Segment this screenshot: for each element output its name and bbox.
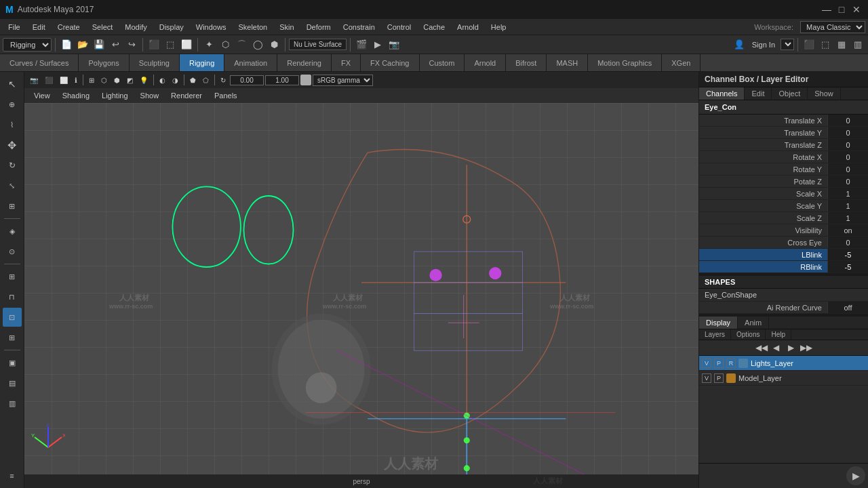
panel-icon1[interactable]: ⬛ (802, 37, 816, 52)
camera-icon[interactable]: 📷 (387, 37, 401, 52)
nav-first-icon[interactable]: ◀◀ (755, 342, 768, 354)
snap-curve-icon[interactable]: ⊓ (3, 287, 22, 306)
soft-select-icon[interactable]: ◈ (3, 222, 22, 241)
scale-input[interactable] (265, 75, 299, 85)
ch-rotate-y[interactable]: Rotate Y 0 (699, 163, 868, 176)
vp-ref-icon[interactable]: ⬠ (200, 76, 212, 85)
menu-arnold[interactable]: Arnold (452, 22, 484, 33)
layer-vis-p2[interactable]: P (714, 373, 724, 383)
vp-solid-icon[interactable]: ⬢ (111, 76, 123, 85)
vp-next-icon[interactable]: ⬜ (57, 76, 71, 85)
menu-select[interactable]: Select (87, 22, 119, 33)
scale-tool-icon[interactable]: ⤡ (3, 176, 22, 195)
tab-rigging[interactable]: Rigging (180, 54, 224, 71)
mode-dropdown[interactable]: Rigging (3, 38, 52, 52)
gamma-select[interactable]: sRGB gamma (313, 75, 373, 86)
tab-xgen[interactable]: XGen (662, 54, 701, 71)
render-icon[interactable]: 🎬 (354, 37, 369, 52)
ch-rblink[interactable]: RBlink -5 (699, 261, 868, 273)
menu-help[interactable]: Help (486, 22, 512, 33)
vp-xray-icon[interactable]: ⬟ (187, 76, 199, 85)
vp-camera-icon[interactable]: 📷 (27, 76, 41, 85)
menu-constrain[interactable]: Constrain (338, 22, 380, 33)
open-scene-icon[interactable]: 📂 (75, 37, 90, 52)
tab-mash[interactable]: MASH (547, 54, 588, 71)
rotate-tool-icon[interactable]: ↻ (3, 156, 22, 175)
vp-wire-icon[interactable]: ⬡ (98, 76, 110, 85)
menu-control[interactable]: Control (382, 22, 416, 33)
tab-curves-surfaces[interactable]: Curves / Surfaces (0, 54, 79, 71)
nav-prev-icon[interactable]: ◀ (770, 342, 783, 354)
ch-rotate-x[interactable]: Rotate X 0 (699, 151, 868, 163)
menu-file[interactable]: File (3, 22, 26, 33)
tab-bifrost[interactable]: Bifrost (506, 54, 547, 71)
panel-icon2[interactable]: ⬚ (818, 37, 833, 52)
nurbs-icon[interactable]: ◯ (250, 37, 265, 52)
vp-color-swatch[interactable] (300, 75, 311, 85)
snap-grid-icon[interactable]: ⊞ (3, 267, 22, 286)
ch-scale-y[interactable]: Scale Y 1 (699, 200, 868, 212)
tab-rendering[interactable]: Rendering (277, 54, 332, 71)
vp-subdiv-icon[interactable]: ◐ (157, 76, 168, 85)
render-view-icon[interactable]: ▣ (3, 353, 22, 372)
menu-edit[interactable]: Edit (27, 22, 51, 33)
playback-icon[interactable]: ▶ (846, 466, 865, 485)
vp-light-icon[interactable]: 💡 (137, 76, 151, 85)
snap-surface-icon[interactable]: ⊞ (3, 328, 22, 347)
select-tool-icon[interactable]: ↖ (3, 75, 22, 94)
ch-cross-eye[interactable]: Cross Eye 0 (699, 237, 868, 249)
vp-menu-panels[interactable]: Panels (209, 91, 243, 100)
tab-edit[interactable]: Edit (745, 87, 772, 100)
tab-polygons[interactable]: Polygons (79, 54, 129, 71)
tab-arnold[interactable]: Arnold (465, 54, 506, 71)
vp-aa-icon[interactable]: ◑ (170, 76, 181, 85)
ipr-icon[interactable]: ▶ (370, 37, 385, 52)
redo-icon[interactable]: ↪ (124, 37, 139, 52)
vp-menu-lighting[interactable]: Lighting (96, 91, 134, 100)
layer-subtab-options[interactable]: Options (731, 329, 766, 340)
minimize-button[interactable]: — (821, 3, 833, 16)
vp-grid-icon[interactable]: ⊞ (86, 76, 97, 85)
vp-refresh-icon[interactable]: ↻ (218, 76, 229, 85)
select-icon[interactable]: ⬛ (146, 37, 161, 52)
channel-box-icon[interactable]: ≡ (3, 466, 22, 485)
tab-motion-graphics[interactable]: Motion Graphics (588, 54, 662, 71)
tab-fx-caching[interactable]: FX Caching (361, 54, 419, 71)
lasso-icon[interactable]: ⬚ (163, 37, 178, 52)
vp-menu-show[interactable]: Show (135, 91, 165, 100)
vp-info-icon[interactable]: ℹ (72, 76, 80, 85)
undo-icon[interactable]: ↩ (108, 37, 123, 52)
nav-next-icon[interactable]: ▶ (785, 342, 797, 354)
vp-prev-icon[interactable]: ⬛ (42, 76, 56, 85)
user-select[interactable] (781, 39, 794, 50)
sign-in-icon[interactable]: 👤 (732, 37, 747, 52)
menu-deform[interactable]: Deform (301, 22, 336, 33)
sign-in-btn[interactable]: Sign In (748, 39, 779, 50)
menu-create[interactable]: Create (52, 22, 85, 33)
ch-scale-x[interactable]: Scale X 1 (699, 188, 868, 200)
translate-input[interactable] (230, 75, 264, 85)
tab-channels[interactable]: Channels (699, 87, 745, 100)
panel-icon4[interactable]: ▥ (850, 37, 865, 52)
layer-tab-display[interactable]: Display (699, 317, 738, 329)
viewport[interactable]: 📷 ⬛ ⬜ ℹ ⊞ ⬡ ⬢ ◩ 💡 ◐ ◑ ⬟ ⬠ ↻ sRGB gamma (24, 72, 698, 488)
layer-lights[interactable]: V P R Lights_Layer (699, 356, 868, 371)
render-seq-icon[interactable]: ▤ (3, 373, 22, 392)
panel-icon3[interactable]: ▦ (834, 37, 849, 52)
tab-animation[interactable]: Animation (224, 54, 277, 71)
maximize-button[interactable]: □ (835, 3, 848, 16)
ch-translate-z[interactable]: Translate Z 0 (699, 139, 868, 151)
new-scene-icon[interactable]: 📄 (59, 37, 74, 52)
nav-last-icon[interactable]: ▶▶ (800, 342, 812, 354)
render-all-icon[interactable]: ▥ (3, 394, 22, 413)
layer-model[interactable]: V P Model_Layer (699, 371, 868, 386)
menu-skeleton[interactable]: Skeleton (233, 22, 273, 33)
move-tool-icon[interactable]: ✥ (3, 136, 22, 155)
vp-tex-icon[interactable]: ◩ (124, 76, 136, 85)
ch-ai-render-curve[interactable]: Ai Render Curve off (699, 302, 868, 314)
lasso-select-icon[interactable]: ⌇ (3, 115, 22, 134)
vp-menu-renderer[interactable]: Renderer (165, 91, 208, 100)
tab-show[interactable]: Show (808, 87, 841, 100)
tab-fx[interactable]: FX (332, 54, 361, 71)
ch-scale-z[interactable]: Scale Z 1 (699, 212, 868, 224)
